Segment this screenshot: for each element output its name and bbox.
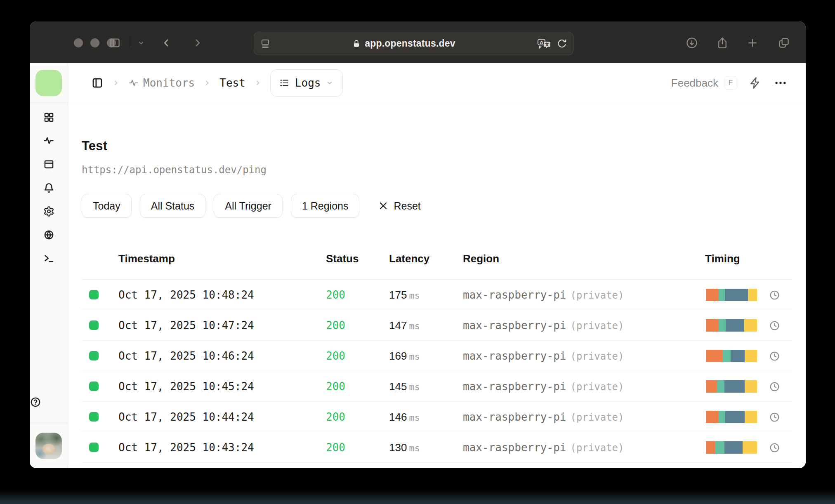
reset-filters-button[interactable]: Reset <box>378 200 420 212</box>
sidebar-item-monitors[interactable] <box>43 135 54 146</box>
timing-segment-transfer <box>745 350 757 362</box>
translate-icon[interactable]: A 文 <box>537 38 552 49</box>
filter-date[interactable]: Today <box>82 194 132 218</box>
column-timing[interactable]: Timing <box>705 252 740 265</box>
sidebar-item-terminal[interactable] <box>43 252 54 264</box>
chevron-right-icon <box>112 79 120 87</box>
logs-table: Timestamp Status Latency Region Timing O… <box>82 242 792 463</box>
filter-regions[interactable]: 1 Regions <box>291 194 360 218</box>
clock-icon[interactable] <box>769 442 780 455</box>
timing-segment-ttfb <box>725 289 748 301</box>
url-bar[interactable]: app.openstatus.dev A 文 <box>254 32 573 55</box>
timing-segment-ttfb <box>726 319 744 332</box>
reader-icon[interactable] <box>260 38 271 49</box>
row-latency: 175ms <box>389 289 420 301</box>
feedback-button[interactable]: Feedback F <box>671 76 737 90</box>
breadcrumb-monitors[interactable]: Monitors <box>128 77 195 89</box>
timing-segment-transfer <box>743 441 757 454</box>
timing-segment-connect <box>715 441 724 454</box>
svg-text:文: 文 <box>545 42 549 47</box>
breadcrumb: Monitors Test <box>91 69 343 97</box>
chevron-right-icon <box>254 79 262 87</box>
clock-icon[interactable] <box>769 381 780 394</box>
row-timestamp: Oct 17, 2025 10:46:24 <box>118 350 254 362</box>
timing-segment-connect <box>717 380 724 393</box>
timing-segment-connect <box>719 289 725 301</box>
column-region[interactable]: Region <box>463 252 499 265</box>
row-region: max-raspberry-pi(private) <box>463 319 624 332</box>
timing-segment-ttfb <box>731 350 745 362</box>
timing-bar <box>706 441 757 454</box>
browser-window: app.openstatus.dev A 文 <box>30 21 806 468</box>
table-row[interactable]: Oct 17, 2025 10:45:24 200 145ms max-rasp… <box>82 371 792 402</box>
row-region: max-raspberry-pi(private) <box>463 380 624 393</box>
timing-segment-dns <box>706 289 719 301</box>
traffic-light-close[interactable] <box>74 38 83 47</box>
back-icon[interactable] <box>159 35 174 50</box>
page-title: Test <box>82 139 792 153</box>
app-sidebar-toggle-icon[interactable] <box>91 77 104 89</box>
clock-icon[interactable] <box>769 412 780 424</box>
timing-segment-transfer <box>748 289 757 301</box>
more-options-icon[interactable] <box>774 76 788 90</box>
lock-icon <box>352 39 361 48</box>
timing-segment-dns <box>706 350 722 362</box>
timing-bar <box>706 380 757 393</box>
forward-icon[interactable] <box>190 35 205 50</box>
user-avatar[interactable] <box>35 433 62 459</box>
status-dot-icon <box>89 290 99 299</box>
sidebar-item-dashboard[interactable] <box>43 111 54 123</box>
clock-icon[interactable] <box>769 320 780 333</box>
sidebar-item-regions[interactable] <box>43 229 54 240</box>
timing-segment-ttfb <box>725 411 745 423</box>
new-tab-icon[interactable] <box>745 35 760 50</box>
timing-segment-connect <box>722 350 731 362</box>
command-menu-icon[interactable] <box>749 76 762 89</box>
table-row[interactable]: Oct 17, 2025 10:43:24 200 130ms max-rasp… <box>82 432 792 463</box>
column-timestamp[interactable]: Timestamp <box>118 252 175 265</box>
timing-segment-transfer <box>744 319 757 332</box>
timing-bar <box>706 350 757 362</box>
tab-overview-icon[interactable] <box>776 35 791 50</box>
clock-icon[interactable] <box>769 290 780 302</box>
timing-segment-dns <box>706 380 717 393</box>
column-status[interactable]: Status <box>326 252 359 265</box>
monitors-icon <box>128 78 139 88</box>
row-region: max-raspberry-pi(private) <box>463 441 624 454</box>
sidebar-item-settings[interactable] <box>43 205 54 217</box>
x-icon <box>378 201 388 211</box>
table-row[interactable]: Oct 17, 2025 10:48:24 200 175ms max-rasp… <box>82 280 792 310</box>
reload-icon[interactable] <box>557 38 567 49</box>
traffic-light-minimize[interactable] <box>90 38 99 47</box>
row-status: 200 <box>326 350 345 362</box>
sidebar-item-notifications[interactable] <box>43 182 54 193</box>
sidebar-divider <box>30 423 68 423</box>
filter-trigger[interactable]: All Trigger <box>214 194 283 218</box>
table-row[interactable]: Oct 17, 2025 10:47:24 200 147ms max-rasp… <box>82 310 792 341</box>
row-timestamp: Oct 17, 2025 10:45:24 <box>118 380 254 393</box>
tab-group-chevron-icon[interactable] <box>134 35 149 50</box>
filter-status[interactable]: All Status <box>140 194 206 218</box>
help-icon[interactable] <box>30 396 41 408</box>
share-icon[interactable] <box>715 35 730 50</box>
clock-icon[interactable] <box>769 351 780 363</box>
row-latency: 169ms <box>389 350 420 363</box>
timing-segment-dns <box>706 411 718 423</box>
timing-bar <box>706 411 757 423</box>
downloads-icon[interactable] <box>684 35 699 50</box>
row-timestamp: Oct 17, 2025 10:43:24 <box>118 441 254 454</box>
workspace-logo[interactable] <box>35 70 62 96</box>
sidebar-toggle-icon[interactable] <box>107 35 122 50</box>
row-timestamp: Oct 17, 2025 10:47:24 <box>118 319 254 332</box>
url-domain[interactable]: app.openstatus.dev <box>365 38 455 49</box>
logs-page: Test https://api.openstatus.dev/ping Tod… <box>68 103 806 468</box>
monitor-endpoint: https://api.openstatus.dev/ping <box>82 164 792 176</box>
breadcrumb-test[interactable]: Test <box>219 77 245 89</box>
timing-segment-connect <box>718 411 725 423</box>
column-latency[interactable]: Latency <box>389 252 429 265</box>
table-row[interactable]: Oct 17, 2025 10:46:24 200 169ms max-rasp… <box>82 341 792 371</box>
sidebar-item-status-pages[interactable] <box>43 158 54 170</box>
table-row[interactable]: Oct 17, 2025 10:44:24 200 146ms max-rasp… <box>82 402 792 432</box>
timing-bar <box>706 289 757 301</box>
logs-view-dropdown[interactable]: Logs <box>270 69 343 97</box>
